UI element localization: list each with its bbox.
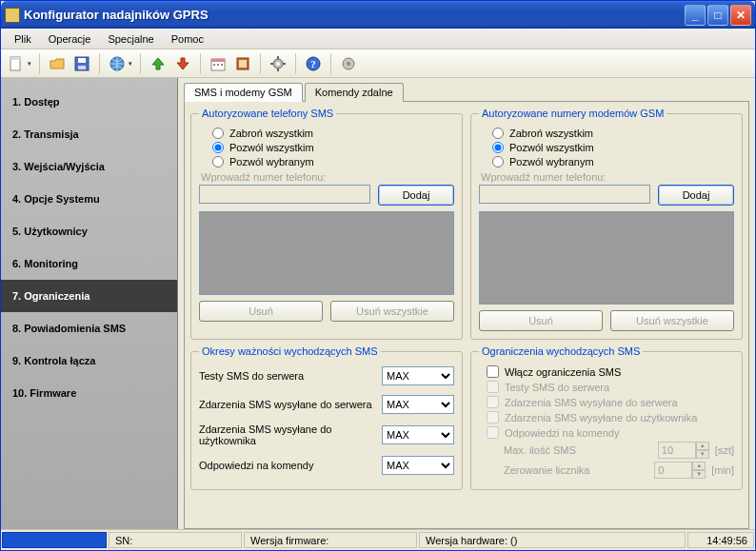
menu-help[interactable]: Pomoc [164,30,211,48]
status-connection [2,532,107,548]
sidebar-item-monitoring[interactable]: 6. Monitoring [1,247,177,280]
sidebar-item-restrictions[interactable]: 7. Ograniczenia [1,280,177,312]
sidebar-item-users[interactable]: 5. Użytkownicy [1,215,177,247]
window-title: Konfigurator nadajników GPRS [24,8,683,22]
sms-add-button[interactable]: Dodaj [378,185,454,206]
menu-file[interactable]: Plik [7,30,39,48]
sidebar: 1. Dostęp 2. Transmisja 3. Wejścia/Wyjśc… [1,78,178,529]
book-icon[interactable] [233,54,252,73]
tabs: SMS i modemy GSM Komendy zdalne [184,83,749,102]
max-sms-spinner[interactable]: ▲▼ [658,442,709,459]
radio-sms-deny-all[interactable]: Zabroń wszystkim [212,128,454,139]
calendar-icon[interactable] [209,54,228,73]
radio-gsm-allow-all[interactable]: Pozwól wszystkim [492,142,734,153]
reset-counter-label: Zerowanie licznika [504,464,648,476]
tab-panel: Autoryzowane telefony SMS Zabroń wszystk… [184,101,749,529]
period-tests-label: Testy SMS do serwera [199,370,376,382]
gsm-phone-input[interactable] [479,185,650,204]
gear-icon[interactable] [269,54,288,73]
sidebar-item-link-control[interactable]: 9. Kontrola łącza [1,344,177,377]
gsm-remove-button[interactable]: Usuń [479,310,603,331]
sms-phone-input[interactable] [199,185,370,204]
maximize-button[interactable]: □ [707,5,728,26]
group-auth-sms-legend: Autoryzowane telefony SMS [199,108,336,119]
status-hardware: Wersja hardware: () [419,532,686,548]
chevron-down-icon[interactable]: ▾ [129,60,132,68]
minimize-button[interactable]: _ [685,5,706,26]
arrow-down-icon[interactable] [173,54,192,73]
content-area: SMS i modemy GSM Komendy zdalne Autoryzo… [178,78,755,529]
arrow-up-icon[interactable] [149,54,168,73]
check-limit-events-user[interactable]: Zdarzenia SMS wysyłane do użytkownika [487,411,734,423]
menu-operations[interactable]: Operacje [41,30,99,48]
app-window: Konfigurator nadajników GPRS _ □ ✕ Plik … [0,0,756,551]
device-icon[interactable] [339,54,358,73]
globe-icon[interactable] [108,54,127,73]
period-responses-label: Odpowiedzi na komendy [199,460,376,471]
radio-sms-allow-selected[interactable]: Pozwól wybranym [212,156,454,167]
new-icon[interactable] [7,54,26,73]
help-icon[interactable]: ? [304,54,323,73]
period-responses-select[interactable]: MAX [382,456,454,475]
group-validity-periods-legend: Okresy ważności wychodzących SMS [199,345,381,357]
svg-rect-10 [221,64,223,66]
chevron-down-icon[interactable]: ▾ [28,60,31,68]
max-sms-label: Max. ilość SMS [504,444,652,456]
max-sms-unit: [szt] [715,444,734,456]
reset-counter-spinner[interactable]: ▲▼ [654,462,706,479]
group-auth-gsm: Autoryzowane numery modemów GSM Zabroń w… [470,108,743,340]
titlebar: Konfigurator nadajników GPRS _ □ ✕ [1,1,755,29]
period-tests-select[interactable]: MAX [382,366,454,385]
group-outgoing-limits-legend: Ograniczenia wychodzących SMS [479,345,643,357]
menubar: Plik Operacje Specjalne Pomoc [1,29,755,49]
app-icon [5,8,20,23]
close-button[interactable]: ✕ [730,5,751,26]
tab-remote-commands[interactable]: Komendy zdalne [305,83,404,102]
svg-rect-7 [211,59,225,62]
svg-rect-3 [78,58,86,63]
group-auth-gsm-legend: Autoryzowane numery modemów GSM [479,108,666,119]
check-enable-limits[interactable]: Włącz ograniczenia SMS [487,365,734,378]
svg-point-14 [276,62,280,66]
period-events-user-select[interactable]: MAX [382,425,454,444]
statusbar: SN: Wersja firmware: Wersja hardware: ()… [1,529,755,550]
radio-sms-allow-all[interactable]: Pozwól wszystkim [212,142,454,153]
svg-point-22 [347,62,350,66]
group-outgoing-limits: Ograniczenia wychodzących SMS Włącz ogra… [470,345,743,490]
svg-text:?: ? [310,58,316,69]
reset-counter-unit: [min] [711,464,734,476]
period-events-server-select[interactable]: MAX [382,395,454,414]
sms-remove-all-button[interactable]: Usuń wszystkie [330,301,454,322]
save-icon[interactable] [72,54,91,73]
check-limit-tests[interactable]: Testy SMS do serwera [487,381,734,393]
check-limit-responses[interactable]: Odpowiedzi na komendy [487,426,734,439]
menu-special[interactable]: Specjalne [100,30,161,48]
sms-phone-list[interactable] [199,211,454,295]
sms-remove-button[interactable]: Usuń [199,301,323,322]
toolbar: ▾ ▾ ? [1,49,755,78]
status-sn: SN: [109,532,242,548]
sidebar-item-transmission[interactable]: 2. Transmisja [1,118,177,150]
gsm-remove-all-button[interactable]: Usuń wszystkie [610,310,734,331]
gsm-add-button[interactable]: Dodaj [658,185,734,206]
gsm-phone-list[interactable] [479,211,734,305]
sidebar-item-sms-notifications[interactable]: 8. Powiadomienia SMS [1,312,177,344]
svg-rect-4 [78,66,86,69]
radio-gsm-deny-all[interactable]: Zabroń wszystkim [492,128,734,139]
period-events-server-label: Zdarzenia SMS wysyłane do serwera [199,399,376,410]
open-icon[interactable] [48,54,67,73]
sidebar-item-firmware[interactable]: 10. Firmware [1,377,177,409]
status-firmware: Wersja firmware: [244,532,417,548]
svg-rect-12 [239,60,247,68]
sms-phone-label: Wprowadź numer telefonu: [201,171,454,183]
tab-sms-modems[interactable]: SMS i modemy GSM [184,83,303,102]
sidebar-item-system-options[interactable]: 4. Opcje Systemu [1,183,177,215]
group-auth-sms: Autoryzowane telefony SMS Zabroń wszystk… [190,108,463,340]
sidebar-item-io[interactable]: 3. Wejścia/Wyjścia [1,150,177,183]
svg-rect-1 [10,57,20,60]
status-time: 14:49:56 [687,532,754,548]
check-limit-events-server[interactable]: Zdarzenia SMS wysyłane do serwera [487,396,734,408]
radio-gsm-allow-selected[interactable]: Pozwól wybranym [492,156,734,167]
sidebar-item-access[interactable]: 1. Dostęp [1,86,177,118]
gsm-phone-label: Wprowadź numer telefonu: [481,171,734,183]
